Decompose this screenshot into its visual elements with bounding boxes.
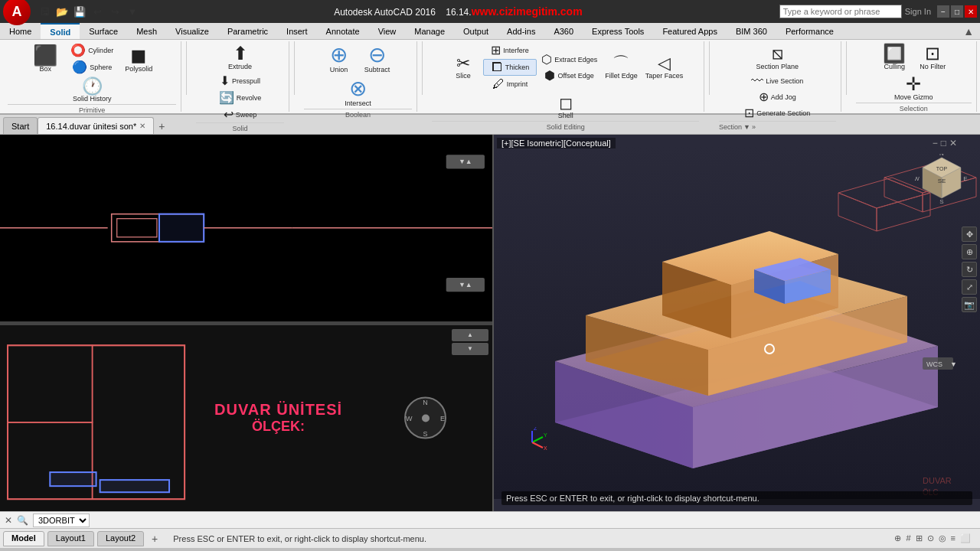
live-section-button[interactable]: 〰 Live Section — [741, 73, 813, 89]
osnap-btn[interactable]: ◎ — [939, 533, 946, 543]
tab-close-btn[interactable]: ✕ — [139, 122, 145, 130]
section-plane-button[interactable]: ⧅ Section Plane — [753, 43, 802, 72]
viewport-minimize-btn[interactable]: − — [933, 138, 938, 148]
intersect-button[interactable]: ⊗ Intersect — [340, 77, 377, 109]
viewport-restore-btn[interactable]: □ — [941, 138, 946, 148]
shell-button[interactable]: ◻ Shell — [547, 93, 584, 121]
tab-surface[interactable]: Surface — [80, 23, 127, 39]
slice-label: Slice — [456, 72, 471, 80]
orbit-btn[interactable]: ↻ — [962, 262, 977, 277]
lower-left-viewport[interactable]: DUVAR ÜNİTESİ ÖLÇEK: N S W E — [0, 325, 492, 512]
tab-insert[interactable]: Insert — [277, 23, 317, 39]
sign-in-btn[interactable]: Sign In — [905, 7, 931, 16]
ribbon-collapse-btn[interactable]: ▲ — [963, 25, 974, 37]
tab-start[interactable]: Start — [3, 117, 38, 134]
layout2-tab[interactable]: Layout2 — [97, 531, 144, 546]
tab-annotate[interactable]: Annotate — [317, 23, 369, 39]
extract-edge-icon: ⬡ — [541, 54, 552, 66]
zoom-btn[interactable]: ⊕ — [962, 244, 977, 259]
section-dropdown-icon[interactable]: ▼ — [743, 123, 750, 131]
model-space-btn[interactable]: ⬜ — [960, 533, 971, 543]
primitive-group-label: Primitive — [8, 104, 176, 114]
lwt-btn[interactable]: ≡ — [951, 533, 956, 543]
ortho-btn[interactable]: ⊞ — [916, 533, 923, 543]
offset-edge-button[interactable]: ⬢ Offset Edge — [538, 68, 600, 83]
thicken-button[interactable]: ⧠ Thicken — [483, 59, 537, 76]
viewport-close-btn[interactable]: ✕ — [949, 138, 957, 148]
tab-drawing[interactable]: 16.14.duvar ünitesi son* ✕ — [38, 117, 154, 134]
close-btn[interactable]: ✕ — [965, 5, 977, 18]
tab-add-btn[interactable]: + — [154, 119, 169, 134]
qa-undo[interactable]: ↩ — [90, 4, 105, 19]
editing-group-label: Solid Editing — [432, 121, 699, 131]
revolve-button[interactable]: 🔄 Revolve — [214, 90, 267, 106]
culling-button[interactable]: 🔲 Culling — [876, 43, 913, 72]
scroll-btn-top[interactable]: ▲ — [452, 329, 488, 341]
qa-redo[interactable]: ↪ — [107, 4, 122, 19]
tab-home[interactable]: Home — [0, 23, 41, 39]
cylinder-button[interactable]: ⭕ Cylinder — [65, 43, 119, 58]
extents-btn[interactable]: ⤢ — [962, 279, 977, 295]
upper-left-viewport[interactable]: ▼▲ ▼▲ — [0, 135, 492, 323]
cmd-zoom-btn[interactable]: 🔍 — [17, 515, 28, 526]
solid-history-button[interactable]: 🕐 Solid History — [70, 77, 115, 104]
move-gizmo-icon: ✛ — [906, 75, 921, 93]
cmd-x-btn[interactable]: ✕ — [5, 515, 12, 526]
tab-a360[interactable]: A360 — [544, 23, 583, 39]
tab-addins[interactable]: Add-ins — [498, 23, 544, 39]
box-button[interactable]: ⬛ Box — [27, 44, 64, 74]
maximize-btn[interactable]: □ — [951, 5, 963, 18]
app-button[interactable]: A — [3, 0, 31, 25]
slice-button[interactable]: ✂ Slice — [445, 54, 482, 81]
tab-output[interactable]: Output — [454, 23, 498, 39]
qa-dropdown[interactable]: ▼ — [125, 4, 140, 19]
sweep-button[interactable]: ↩ Sweep — [214, 107, 267, 122]
camera-btn[interactable]: 📷 — [962, 297, 977, 312]
tab-express[interactable]: Express Tools — [583, 23, 653, 39]
group-boolean: ⊕ Union ⊖ Subtract ⊗ Intersect Boolean — [299, 41, 417, 112]
tab-visualize[interactable]: Visualize — [166, 23, 218, 39]
subtract-button[interactable]: ⊖ Subtract — [359, 43, 396, 75]
polysolid-button[interactable]: ◼ Polysolid — [120, 44, 157, 74]
move-gizmo-button[interactable]: ✛ Move Gizmo — [891, 73, 936, 103]
section-more-btn[interactable]: » — [752, 123, 756, 131]
tab-mesh[interactable]: Mesh — [127, 23, 166, 39]
qa-new[interactable]: 🖫 — [37, 4, 52, 19]
pan-btn[interactable]: ✥ — [962, 227, 977, 242]
add-layout-btn[interactable]: + — [147, 531, 162, 546]
viewcube[interactable]: SE TOP S N W E — [915, 154, 969, 207]
grid-btn[interactable]: # — [906, 533, 910, 543]
snap-btn[interactable]: ⊕ — [894, 533, 901, 543]
tab-performance[interactable]: Performance — [776, 23, 843, 39]
interfere-button[interactable]: ⊞ Interfere — [483, 43, 537, 58]
3d-scene-svg: Y X Z WCS ▼ DUVAR ÖLC — [494, 135, 980, 511]
tab-view[interactable]: View — [369, 23, 406, 39]
sphere-button[interactable]: 🔵 Sphere — [65, 60, 119, 75]
extract-edge-button[interactable]: ⬡ Extract Edges — [538, 52, 600, 67]
polar-btn[interactable]: ⊙ — [927, 533, 934, 543]
tab-solid[interactable]: Solid — [41, 23, 80, 39]
layout1-tab[interactable]: Layout1 — [47, 531, 94, 546]
tab-featured[interactable]: Featured Apps — [653, 23, 727, 39]
union-button[interactable]: ⊕ Union — [321, 43, 358, 75]
model-tab[interactable]: Model — [3, 531, 44, 546]
tab-bim360[interactable]: BIM 360 — [727, 23, 776, 39]
presspull-button[interactable]: ⬇ Presspull — [214, 73, 267, 89]
no-filter-button[interactable]: ⊡ No Filter — [914, 43, 951, 72]
qa-save[interactable]: 💾 — [72, 4, 87, 19]
qa-open[interactable]: 📂 — [54, 4, 70, 19]
extrude-button[interactable]: ⬆ Extrude — [222, 43, 259, 72]
minimize-btn[interactable]: − — [937, 5, 949, 18]
fillet-edge-button[interactable]: ⌒ Fillet Edge — [602, 54, 641, 81]
generate-section-button[interactable]: ⊡ Generate Section — [741, 106, 813, 121]
3dorbit-select[interactable]: 3DORBIT — [33, 514, 90, 527]
tab-parametric[interactable]: Parametric — [218, 23, 277, 39]
right-viewport[interactable]: [+][SE Isometric][Conceptual] − □ ✕ — [494, 135, 980, 511]
tab-manage[interactable]: Manage — [405, 23, 454, 39]
search-input[interactable] — [779, 5, 902, 18]
imprint-button[interactable]: 🖊 Imprint — [483, 77, 537, 92]
taper-faces-button[interactable]: ◁ Taper Faces — [642, 54, 687, 81]
add-jog-button[interactable]: ⊕ Add Jog — [741, 90, 813, 105]
scroll-btn-bottom[interactable]: ▼ — [452, 343, 488, 355]
group-primitive: ⬛ Box ⭕ Cylinder 🔵 Sphere ◼ Polysolid 🕐 — [3, 41, 181, 112]
